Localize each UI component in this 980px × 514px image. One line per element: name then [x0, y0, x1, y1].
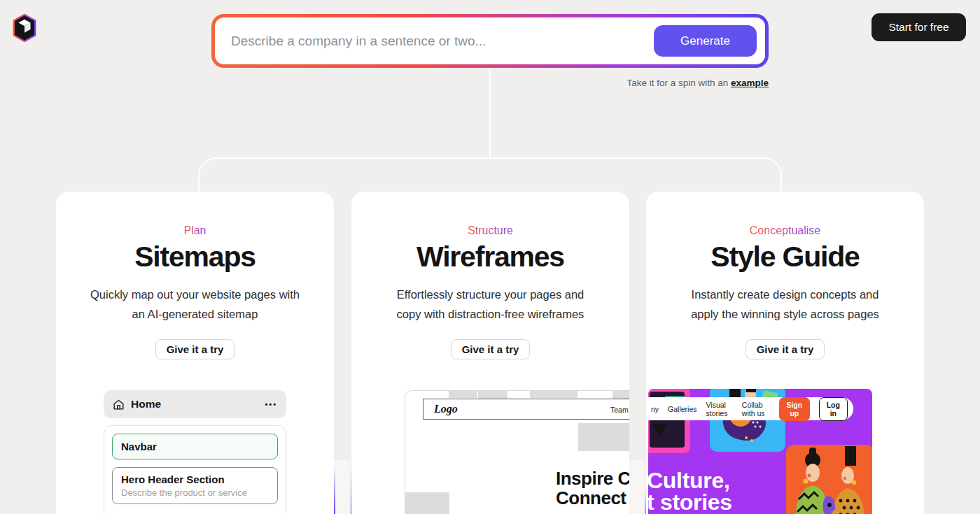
give-it-a-try-button[interactable]: Give it a try	[746, 339, 825, 359]
styleguide-preview: ny Galleries Visual stories Collab with …	[648, 389, 872, 514]
styleguide-nav-item: Galleries	[668, 405, 696, 413]
company-prompt-bar: Generate	[211, 14, 769, 68]
card-eyebrow: Structure	[468, 224, 513, 237]
home-icon	[113, 399, 125, 411]
card-description-line: Instantly create design concepts and	[646, 285, 924, 304]
card-description-line: copy with distraction-free wireframes	[351, 304, 629, 324]
ellipsis-menu-icon: •••	[265, 400, 277, 408]
wireframe-preview: Logo Team Inspire C Connect	[405, 390, 629, 514]
feature-card-sitemaps: Plan Sitemaps Quickly map out your websi…	[56, 192, 334, 514]
styleguide-navbar: ny Galleries Visual stories Collab with …	[648, 397, 853, 420]
generate-button[interactable]: Generate	[654, 25, 757, 57]
hint-text: Take it for a spin with an	[626, 78, 731, 88]
wireframe-heading-line: Connect	[556, 487, 626, 509]
wireframe-placeholder-block	[449, 391, 477, 398]
card-description-line: apply the winning style across pages	[646, 304, 924, 324]
card-description-line: Quickly map out your website pages with	[56, 285, 334, 304]
styleguide-heading-line: Culture,	[648, 470, 732, 492]
card-description-line: an AI-generated sitemap	[56, 304, 334, 324]
card-description: Effortlessly structure your pages and co…	[351, 285, 629, 324]
give-it-a-try-button[interactable]: Give it a try	[451, 339, 531, 359]
sitemap-hero-subtitle: Describe the product or service	[121, 487, 269, 498]
card-description: Instantly create design concepts and app…	[646, 285, 924, 324]
styleguide-nav-item: Collab with us	[742, 401, 770, 417]
sitemap-hero-block: Hero Header Section Describe the product…	[112, 467, 278, 504]
card-title: Wireframes	[351, 241, 629, 273]
app-logo-cube-icon[interactable]	[11, 13, 38, 43]
styleguide-heading: Culture, t stories	[648, 470, 732, 513]
card-title: Style Guide	[646, 241, 924, 273]
feature-card-style-guide: Conceptualise Style Guide Instantly crea…	[646, 192, 924, 514]
wireframe-navbar: Logo Team	[423, 399, 629, 420]
sitemap-hero-title: Hero Header Section	[121, 473, 269, 485]
start-for-free-button[interactable]: Start for free	[872, 13, 966, 41]
feature-card-wireframes: Structure Wireframes Effortlessly struct…	[351, 192, 629, 514]
sitemap-navbar-block: Navbar	[112, 434, 278, 459]
cube-icon	[11, 13, 38, 43]
give-it-a-try-button[interactable]: Give it a try	[155, 339, 235, 359]
company-description-input[interactable]	[215, 17, 635, 64]
card-eyebrow: Plan	[183, 224, 206, 237]
wireframe-image-block	[578, 423, 629, 451]
people-illustration	[786, 445, 872, 514]
wireframe-image-block	[405, 492, 449, 514]
card-eyebrow: Conceptualise	[750, 224, 820, 237]
styleguide-nav-item: ny	[651, 405, 659, 413]
wireframe-logo-text: Logo	[434, 403, 458, 415]
card-title: Sitemaps	[56, 241, 334, 273]
sitemap-page-header: Home •••	[104, 390, 286, 418]
styleguide-signup-button: Sign up	[779, 397, 810, 421]
styleguide-hero-illustration	[786, 445, 872, 514]
connector-tube	[629, 460, 645, 514]
wireframe-heading-line: Inspire C	[556, 468, 629, 490]
styleguide-nav-item: Visual stories	[706, 401, 733, 417]
card-description-line: Effortlessly structure your pages and	[351, 285, 629, 304]
example-link[interactable]: example	[731, 78, 769, 88]
styleguide-heading-line: t stories	[648, 492, 732, 513]
connector-tube	[334, 460, 350, 514]
sitemap-preview: Home ••• Navbar Hero Header Section Desc…	[104, 390, 286, 514]
wireframe-placeholder-block	[530, 391, 578, 398]
sitemap-panel: Navbar Hero Header Section Describe the …	[104, 425, 286, 514]
card-description: Quickly map out your website pages with …	[56, 285, 334, 324]
sitemap-page-label: Home	[131, 398, 161, 411]
example-hint: Take it for a spin with an example	[211, 78, 769, 88]
styleguide-login-button: Log in	[819, 397, 848, 421]
wireframe-nav-item: Team	[610, 406, 629, 414]
